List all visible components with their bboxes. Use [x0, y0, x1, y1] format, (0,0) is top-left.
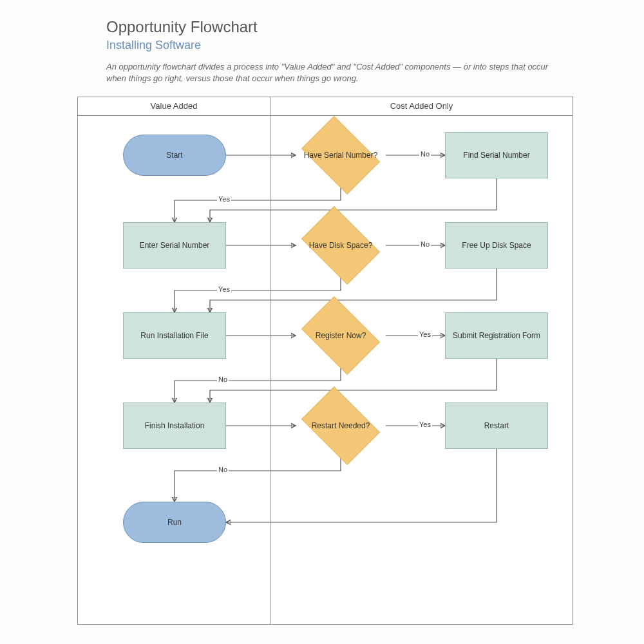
node-enter-serial: Enter Serial Number [123, 222, 226, 269]
node-restart: Restart [445, 402, 548, 449]
node-register-now-label: Register Now? [296, 331, 386, 340]
node-run-install-label: Run Installation File [140, 331, 208, 340]
node-free-disk-label: Free Up Disk Space [462, 241, 531, 250]
node-restart-needed: Restart Needed? [296, 393, 386, 458]
node-find-serial: Find Serial Number [445, 132, 548, 178]
edge-label-register-yes: Yes [418, 330, 432, 338]
node-free-disk: Free Up Disk Space [445, 222, 548, 269]
node-register-now: Register Now? [296, 303, 386, 368]
node-submit-reg-label: Submit Registration Form [453, 331, 540, 340]
lane-divider [270, 115, 270, 624]
node-start: Start [123, 135, 226, 176]
edge-label-restart-no: No [217, 466, 229, 473]
node-finish-install: Finish Installation [123, 402, 226, 449]
node-have-serial-label: Have Serial Number? [296, 151, 386, 160]
lane-header-value-added: Value Added [78, 97, 270, 115]
node-enter-serial-label: Enter Serial Number [140, 241, 210, 250]
page-subtitle: Installing Software [106, 39, 201, 52]
node-run: Run [123, 502, 226, 543]
node-restart-label: Restart [484, 421, 509, 430]
lane-header: Value Added Cost Added Only [78, 97, 573, 116]
node-run-install: Run Installation File [123, 312, 226, 359]
edge-label-have-disk-no: No [419, 240, 431, 248]
page-title: Opportunity Flowchart [106, 18, 258, 36]
page-root: Opportunity Flowchart Installing Softwar… [0, 0, 644, 644]
swimlane-frame: Value Added Cost Added Only [77, 97, 573, 625]
node-have-disk: Have Disk Space? [296, 213, 386, 278]
node-start-label: Start [166, 151, 182, 160]
page-description: An opportunity flowchart divides a proce… [106, 61, 564, 84]
edge-label-have-serial-no: No [419, 150, 431, 158]
edge-label-register-no: No [217, 375, 229, 383]
lane-header-cost-added: Cost Added Only [270, 97, 573, 115]
node-find-serial-label: Find Serial Number [463, 151, 529, 160]
node-have-serial: Have Serial Number? [296, 123, 386, 187]
node-restart-needed-label: Restart Needed? [296, 421, 386, 430]
node-finish-install-label: Finish Installation [145, 421, 205, 430]
edge-label-restart-yes: Yes [418, 421, 432, 428]
node-submit-reg: Submit Registration Form [445, 312, 548, 359]
node-have-disk-label: Have Disk Space? [296, 241, 386, 250]
edge-label-have-disk-yes: Yes [217, 285, 231, 293]
node-run-label: Run [167, 518, 182, 527]
edge-label-have-serial-yes: Yes [217, 195, 231, 203]
